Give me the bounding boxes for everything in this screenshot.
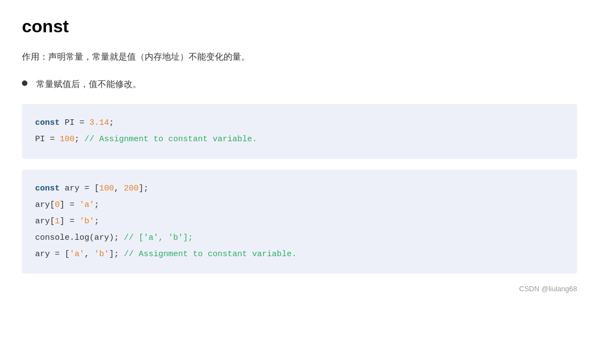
code-token-plain: , [84,250,94,259]
code-token-plain: ]; [139,184,149,193]
code-line: const PI = 3.14; [35,115,564,131]
code-line: ary[1] = 'b'; [35,213,564,230]
code-block-2: const ary = [100, 200];ary[0] = 'a';ary[… [22,170,577,274]
code-token-plain: PI = [60,118,89,128]
code-token-plain: console.log(ary); [35,233,124,242]
code-token-plain: ; [94,200,99,210]
code-token-plain: ] = [60,200,79,210]
code-token-num: 100 [60,135,75,144]
code-token-num: 200 [124,184,139,193]
bullet-list: 常量赋值后，值不能修改。 [22,77,577,91]
description-text: 作用：声明常量，常量就是值（内存地址）不能变化的量。 [22,50,577,64]
code-token-plain: ary[ [35,200,55,210]
code-token-plain: ; [75,135,84,144]
code-token-plain: ary = [ [60,184,99,193]
code-token-comment: // Assignment to constant variable. [124,250,296,259]
code-token-plain: PI = [35,135,60,144]
code-token-plain: ; [109,118,114,128]
code-line: ary = ['a', 'b']; // Assignment to const… [35,246,564,263]
code-token-str: 'b' [79,217,94,226]
code-token-plain: ]; [109,250,124,259]
code-line: console.log(ary); // ['a', 'b']; [35,230,564,246]
code-token-num: 0 [55,200,60,210]
code-token-comment: // Assignment to constant variable. [84,135,257,144]
code-token-num: 100 [99,184,114,193]
code-line: const ary = [100, 200]; [35,181,564,197]
page-title: const [22,16,577,37]
code-token-str: 'b' [94,250,109,259]
code-line: PI = 100; // Assignment to constant vari… [35,131,564,148]
bullet-item-text: 常量赋值后，值不能修改。 [36,77,141,91]
code-token-kw: const [35,118,60,128]
code-token-num: 3.14 [89,118,109,128]
code-token-str: 'a' [70,250,84,259]
code-token-plain: , [114,184,124,193]
bullet-item: 常量赋值后，值不能修改。 [22,77,577,91]
watermark: CSDN @liulang68 [22,285,577,293]
code-line: ary[0] = 'a'; [35,197,564,213]
code-token-str: 'a' [79,200,94,210]
code-token-comment: // ['a', 'b']; [124,233,193,242]
code-token-plain: ; [94,217,99,226]
bullet-dot [22,80,27,86]
code-token-plain: ary[ [35,217,55,226]
code-token-kw: const [35,184,60,193]
code-block-1: const PI = 3.14;PI = 100; // Assignment … [22,104,577,159]
code-token-plain: ] = [60,217,79,226]
code-token-num: 1 [55,217,60,226]
code-token-plain: ary = [ [35,250,70,259]
